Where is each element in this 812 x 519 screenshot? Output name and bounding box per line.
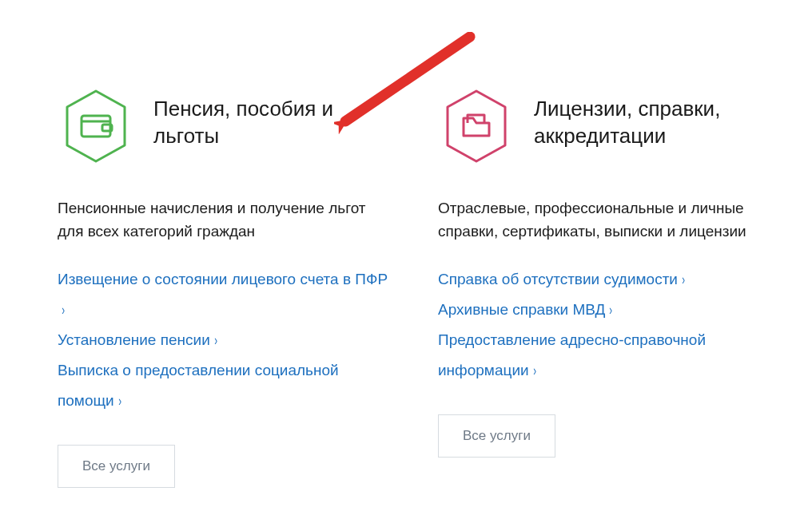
folder-icon [438,88,515,164]
wallet-icon [58,88,134,164]
card-description: Отраслевые, профессиональные и личные сп… [438,196,782,244]
card-description: Пенсионные начисления и получение льгот … [58,196,393,244]
card-header: Пенсия, пособия и льготы [58,88,393,164]
chevron-right-icon: › [533,355,536,386]
service-card-licenses: Лицензии, справки, аккредитации Отраслев… [438,88,782,488]
service-link[interactable]: Архивные справки МВД› [438,295,782,325]
card-title: Пенсия, пособия и льготы [153,96,393,150]
link-text: Архивные справки МВД [438,301,605,318]
chevron-right-icon: › [118,386,121,416]
service-link[interactable]: Извещение о состоянии лицевого счета в П… [58,264,393,325]
services-container: Пенсия, пособия и льготы Пенсионные начи… [0,0,812,488]
chevron-right-icon: › [62,295,65,325]
link-text: Извещение о состоянии лицевого счета в П… [58,271,388,287]
all-services-button[interactable]: Все услуги [438,414,555,458]
link-text: Справка об отсутствии судимости [438,271,678,287]
service-link[interactable]: Установление пенсии› [58,325,393,355]
chevron-right-icon: › [214,325,217,355]
links-list: Извещение о состоянии лицевого счета в П… [58,264,393,416]
service-link[interactable]: Предоставление адресно-справочной информ… [438,325,782,386]
card-header: Лицензии, справки, аккредитации [438,88,782,164]
links-list: Справка об отсутствии судимости› Архивны… [438,264,782,386]
service-link[interactable]: Справка об отсутствии судимости› [438,264,782,295]
chevron-right-icon: › [682,264,685,295]
svg-rect-0 [82,116,110,137]
chevron-right-icon: › [610,295,613,325]
link-text: Выписка о предоставлении социальной помо… [58,362,339,409]
service-link[interactable]: Выписка о предоставлении социальной помо… [58,355,393,416]
all-services-button[interactable]: Все услуги [58,445,175,488]
card-title: Лицензии, справки, аккредитации [534,96,782,150]
link-text: Установление пенсии [58,331,210,348]
link-text: Предоставление адресно-справочной информ… [438,331,706,378]
service-card-pension: Пенсия, пособия и льготы Пенсионные начи… [58,88,393,488]
